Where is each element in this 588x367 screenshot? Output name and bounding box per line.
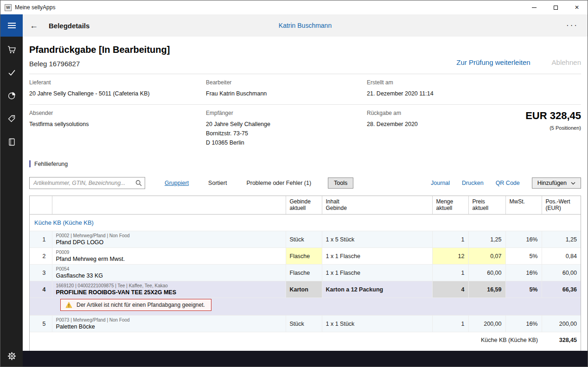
pie-chart-icon [7,91,16,100]
column-header-gebinde: Gebinde aktuell [286,196,322,215]
recipient-line: 20 Jahre Selly Challenge [206,120,362,129]
article-name: Pfand DPG LOGO [56,239,282,246]
table-row-selected[interactable]: 4 1669120 | 04002221009875 | Tee | Kaffe… [30,281,581,298]
group-header-row: Küche KB (Küche KB) [30,215,581,231]
preis-cell[interactable]: 16,59 [468,281,505,298]
menge-cell[interactable]: 4 [432,281,468,298]
maximize-button[interactable] [545,0,566,14]
hamburger-menu-button[interactable] [0,14,23,37]
field-label: Lieferant [29,79,201,86]
field-value: 28. Dezember 2020 [367,120,501,129]
add-item-button[interactable]: Hinzufügen [532,177,581,189]
sidebar-item-cart[interactable] [0,43,23,55]
more-options-button[interactable]: ··· [557,21,588,30]
warning-message-box: Der Artikel ist nicht für einen Pfandabg… [60,299,211,311]
tag-bar [29,160,31,167]
field-value: Frau Katrin Buschmann [206,89,362,98]
problems-filter-link[interactable]: Probleme oder Fehler (1) [246,180,311,186]
minimize-icon [532,7,537,8]
sidebar-item-documents[interactable] [0,136,23,148]
group-total-label: Küche KB (Küche KB) [30,332,542,348]
group-toggle-link[interactable]: Gruppiert [165,180,189,186]
row-number: 4 [30,281,52,298]
inhalt-cell: Karton a 12 Packung [322,281,432,298]
reject-button[interactable]: Ablehnen [552,58,581,66]
sort-toggle-link[interactable]: Sortiert [208,180,227,186]
sidebar-item-settings[interactable] [0,350,23,362]
app-window: W Meine sellyApps ✕ [0,0,588,367]
positions-table: Gebinde aktuell Inhalt Gebinde Menge akt… [29,196,581,351]
mwst-cell: 16% [505,231,542,248]
menge-cell[interactable]: 12 [432,248,468,265]
qr-code-link[interactable]: QR Code [496,180,520,186]
article-meta: P0002 | Mehrweg/Pfand | Non Food [56,233,282,238]
group-total-value: 328,45 [542,332,581,348]
table-row[interactable]: 3 P0054 Gasflasche 33 KG Flasche 1 x 1 F… [30,265,581,281]
row-number: 3 [30,265,52,281]
document-number: Beleg 16796827 [29,60,170,68]
app-icon: W [5,4,12,11]
back-button[interactable]: ← [23,21,45,31]
preis-cell[interactable]: 0,07 [468,248,505,265]
menge-cell[interactable]: 1 [432,316,468,332]
items-toolbar: Gruppiert Sortiert Probleme oder Fehler … [29,177,581,189]
preis-cell[interactable]: 1,25 [468,231,505,248]
gebinde-cell[interactable]: Flasche [286,265,322,281]
wert-cell: 1,25 [542,231,581,248]
field-label: Rückgabe am [367,110,501,116]
print-link[interactable]: Drucken [462,180,484,186]
group-header-label: Küche KB (Küche KB) [30,215,581,231]
field-value: 21. Dezember 2020 11:14 [367,89,501,98]
gebinde-cell[interactable]: Stück [286,231,322,248]
journal-link[interactable]: Journal [431,180,450,186]
mwst-cell: 16% [505,265,542,281]
field-empfaenger: Empfänger 20 Jahre Selly Challenge Borni… [206,104,367,153]
add-item-label: Hinzufügen [537,180,567,186]
user-name-link[interactable]: Katrin Buschmann [279,22,332,29]
article-meta: P0054 [56,266,282,272]
field-value: 20 Jahre Selly Challenge - 5011 (Cafeter… [29,89,201,98]
gebinde-cell[interactable]: Flasche [286,248,322,265]
titlebar: W Meine sellyApps ✕ [0,0,588,14]
maximize-icon [554,6,558,10]
article-cell: 1669120 | 04002221009875 | Tee | Kaffee,… [52,281,286,298]
hamburger-icon [8,21,16,30]
preis-cell[interactable]: 200,00 [468,316,505,332]
article-name: Paletten Böcke [56,323,282,330]
field-label: Erstellt am [367,79,501,86]
gebinde-cell[interactable]: Stück [286,316,322,332]
warning-text: Der Artikel ist nicht für einen Pfandabg… [77,302,205,308]
journal-icon [7,138,16,146]
field-label: Bearbeiter [206,79,362,86]
table-row[interactable]: 1 P0002 | Mehrweg/Pfand | Non Food Pfand… [30,231,581,248]
recipient-line: Bornitzstr. 73-75 [206,129,362,138]
mwst-cell: 5% [505,281,542,298]
gebinde-cell[interactable]: Karton [286,281,322,298]
sidebar-item-prices[interactable] [0,113,23,125]
menge-cell[interactable]: 1 [432,231,468,248]
article-name: PROFILINE ROOIBOS-VAN TEE 25X2G MES [56,289,282,296]
field-absender: Absender Testfirma sellysolutions [29,104,206,153]
close-button[interactable]: ✕ [566,0,588,14]
sidebar-item-tasks[interactable] [0,66,23,78]
field-bearbeiter: Bearbeiter Frau Katrin Buschmann [206,74,367,104]
row-warning: Der Artikel ist nicht für einen Pfandabg… [30,298,581,316]
recipient-line: D 10365 Berlin [206,138,362,147]
table-row[interactable]: 2 P0009 Pfand Mehrweg erm Mwst. Flasche … [30,248,581,265]
wert-cell: 0,84 [542,248,581,265]
forward-for-review-button[interactable]: Zur Prüfung weiterleiten [456,58,530,66]
column-header-inhalt: Inhalt Gebinde [322,196,432,215]
field-rueckgabe-am: Rückgabe am 28. Dezember 2020 [367,104,506,153]
tools-button[interactable]: Tools [328,177,353,189]
window-title: Meine sellyApps [15,4,55,11]
sidebar-item-statistics[interactable] [0,89,23,101]
delivery-error-tag: Fehllieferung [29,160,581,167]
menge-cell[interactable]: 1 [432,265,468,281]
tag-label: Fehllieferung [34,161,68,167]
preis-cell[interactable]: 60,00 [468,265,505,281]
article-search-input[interactable] [29,177,145,189]
wert-cell: 66,36 [542,281,581,298]
table-row[interactable]: 5 P0073 | Mehrweg/Pfand | Non Food Palet… [30,316,581,332]
minimize-button[interactable] [524,0,545,14]
inhalt-cell: 1 x 1 Flasche [322,248,432,265]
